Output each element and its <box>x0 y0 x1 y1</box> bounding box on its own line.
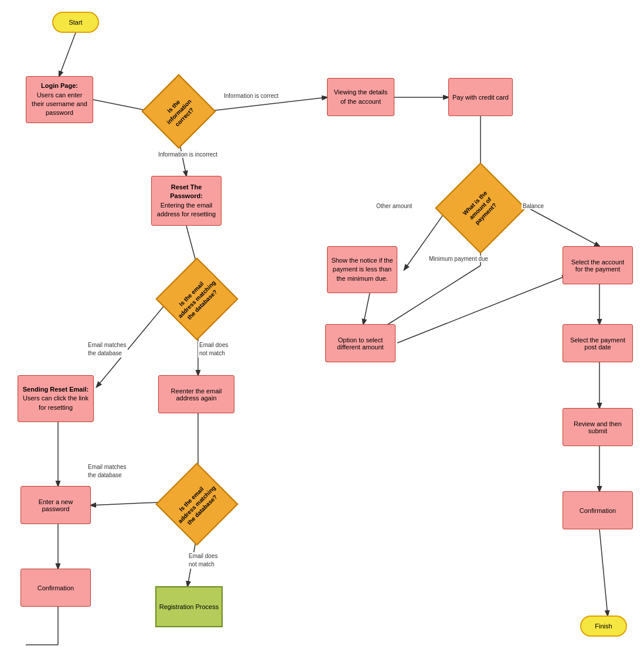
svg-line-8 <box>520 203 599 246</box>
label-email-matches-db2: Email matchesthe database <box>87 463 128 480</box>
label-minimum-payment: Minimum payment due <box>428 256 489 262</box>
reset-password-node: Reset The Password:Entering the email ad… <box>151 176 222 226</box>
svg-line-12 <box>397 276 567 343</box>
confirmation-right-node: Confirmation <box>563 491 633 529</box>
label-email-no-match1: Email doesnot match <box>198 341 229 358</box>
registration-node: Registration Process <box>155 586 223 627</box>
viewing-details-node: Viewing the details of the account <box>327 78 394 116</box>
reenter-email-label: Reenter the email address again <box>162 387 230 402</box>
select-post-date-node: Select the payment post date <box>563 324 633 362</box>
select-account-node: Select the account for the payment <box>563 246 633 284</box>
select-post-date-label: Select the payment post date <box>567 336 629 351</box>
viewing-details-label: Viewing the details of the account <box>331 88 390 106</box>
pay-credit-label: Pay with credit card <box>452 94 509 101</box>
label-balance: Balance <box>522 203 545 209</box>
svg-line-11 <box>363 293 370 324</box>
reenter-email-node: Reenter the email address again <box>158 375 234 413</box>
label-email-matches-db1: Email matchesthe database <box>87 341 128 358</box>
svg-line-16 <box>599 529 608 616</box>
login-label: Login Page:Users can enter their usernam… <box>30 81 89 118</box>
label-other-amount: Other amount <box>375 203 413 209</box>
sending-reset-node: Sending Reset Email:Users can click the … <box>18 375 94 422</box>
is-info-correct-diamond: Is theinformationcorrect? <box>152 85 205 138</box>
label-email-no-match2: Email doesnot match <box>188 552 219 569</box>
select-account-label: Select the account for the payment <box>567 259 629 273</box>
pay-credit-node: Pay with credit card <box>448 78 513 116</box>
reset-password-label: Reset The Password:Entering the email ad… <box>155 183 217 219</box>
finish-label: Finish <box>595 623 612 630</box>
show-notice-node: Show the notice if the payment is less t… <box>327 246 397 293</box>
option-select-label: Option to select different amount <box>329 336 391 351</box>
review-submit-label: Review and then submit <box>567 420 629 434</box>
svg-line-0 <box>59 33 76 76</box>
label-info-incorrect: Information is incorrect <box>157 151 219 158</box>
what-amount-diamond: What is theamount ofpayment? <box>448 176 513 240</box>
confirmation-left-node: Confirmation <box>21 569 91 607</box>
show-notice-label: Show the notice if the payment is less t… <box>331 256 393 283</box>
sending-reset-label: Sending Reset Email:Users can click the … <box>22 385 90 412</box>
start-node: Start <box>52 12 99 33</box>
enter-new-password-label: Enter a new password <box>25 498 87 512</box>
is-email-match2-diamond: Is the emailaddress matchingthe database… <box>168 475 226 533</box>
login-node: Login Page:Users can enter their usernam… <box>26 76 93 123</box>
confirmation-right-label: Confirmation <box>580 507 616 514</box>
start-label: Start <box>69 19 82 26</box>
review-submit-node: Review and then submit <box>563 408 633 446</box>
is-email-match1-diamond: Is the emailaddress matchingthe database… <box>168 270 226 328</box>
option-select-node: Option to select different amount <box>325 324 396 362</box>
registration-label: Registration Process <box>159 603 219 610</box>
label-info-correct: Information is correct <box>223 93 280 99</box>
svg-line-2 <box>206 97 327 111</box>
enter-new-password-node: Enter a new password <box>21 486 91 524</box>
confirmation-left-label: Confirmation <box>38 584 74 591</box>
finish-node: Finish <box>580 616 627 637</box>
